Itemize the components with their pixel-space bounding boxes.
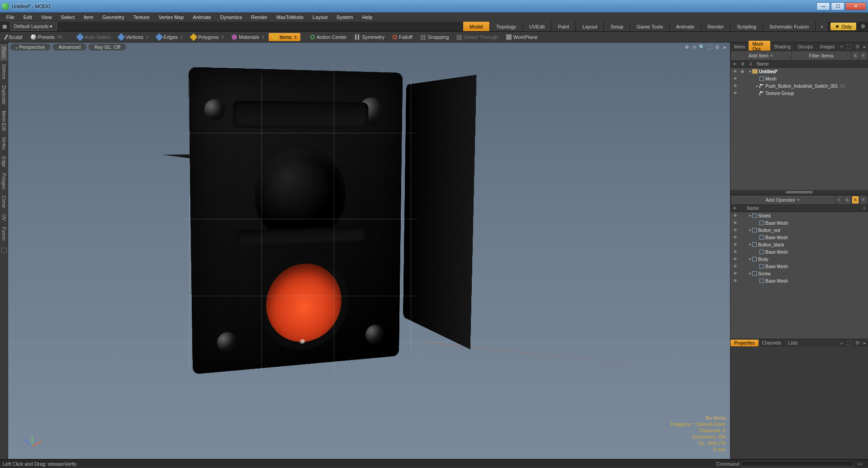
tree-row[interactable]: 👁Mesh	[730, 75, 868, 82]
expander-icon[interactable]: ▾	[748, 228, 752, 232]
vp-fit-icon[interactable]: ⛶	[707, 44, 713, 50]
filter-items-button[interactable]: Filter Items	[792, 52, 851, 60]
panel-more-icon[interactable]: ▸	[862, 340, 868, 346]
panel-tab-lists[interactable]: Lists	[785, 340, 802, 346]
visibility-toggle[interactable]: 👁	[731, 235, 739, 240]
vertical-tab-polygon[interactable]: Polygon	[0, 170, 7, 192]
layout-tab-uvedit[interactable]: UVEdit	[523, 22, 551, 31]
tree-row[interactable]: 👁▾Button_black	[730, 241, 868, 248]
op-f-button[interactable]: F	[860, 196, 867, 204]
vertical-tab-fusion[interactable]: Fusion	[0, 224, 7, 243]
3d-viewport[interactable]: ▸Perspective Advanced Ray GL: Off ✥ ⟳ 🔍 …	[8, 43, 730, 459]
col-name-header[interactable]: Name	[739, 206, 861, 211]
select-through-button[interactable]: Select Through	[453, 33, 501, 41]
tree-row[interactable]: 👁▾Screw	[730, 270, 868, 277]
vertical-tab-vertex[interactable]: Vertex	[0, 134, 7, 152]
visibility-toggle[interactable]: 👁	[731, 279, 739, 283]
vertical-tab-basic[interactable]: Basic	[0, 44, 7, 61]
vertical-strip-toggle[interactable]	[1, 248, 7, 253]
only-button[interactable]: Only	[830, 23, 856, 30]
add-icon[interactable]: ✥	[739, 69, 746, 74]
col-hash-header[interactable]: #	[861, 206, 868, 211]
menu-select[interactable]: Select	[56, 14, 79, 21]
visibility-toggle[interactable]: 👁	[731, 213, 739, 218]
menu-view[interactable]: View	[37, 14, 57, 21]
col-visibility-icon[interactable]	[730, 61, 739, 66]
vp-more-icon[interactable]: ▸	[722, 44, 728, 50]
menu-texture[interactable]: Texture	[129, 14, 154, 21]
vertical-tab-curve[interactable]: Curve	[0, 193, 7, 211]
tree-row[interactable]: 👁▸Push_Button_Industrial_Switch_001(3)	[730, 82, 868, 90]
vp-move-icon[interactable]: ✥	[683, 44, 690, 50]
filter-s-button[interactable]: S	[852, 52, 859, 60]
col-visibility-icon[interactable]	[730, 206, 739, 211]
tree-row[interactable]: 👁Base Mesh	[730, 219, 868, 227]
visibility-toggle[interactable]: 👁	[731, 264, 739, 269]
workplane-button[interactable]: WorkPlane	[503, 33, 541, 41]
expander-icon[interactable]: ▾	[748, 69, 752, 74]
auto-select-button[interactable]: Auto Select	[74, 33, 114, 41]
layout-tab-game-tools[interactable]: Game Tools	[630, 22, 670, 31]
layout-tab-scripting[interactable]: Scripting	[730, 22, 763, 31]
vp-rotate-icon[interactable]: ⟳	[691, 44, 697, 50]
tree-row[interactable]: 👁▾Body	[730, 255, 868, 263]
window-minimize-button[interactable]: —	[816, 2, 830, 10]
visibility-toggle[interactable]: 👁	[731, 250, 739, 254]
operator-tree[interactable]: 👁▾Shield👁Base Mesh👁▾Button_red👁Base Mesh…	[730, 212, 868, 339]
layout-tab-model[interactable]: Model	[463, 22, 490, 31]
panel-expand-icon[interactable]: ⛶	[845, 340, 854, 346]
expander-icon[interactable]: ▾	[748, 242, 752, 247]
layout-thumb-button[interactable]: ▦	[0, 24, 9, 29]
layout-tab-layout[interactable]: Layout	[576, 22, 604, 31]
panel-gear-icon[interactable]: ⚙	[854, 44, 862, 50]
visibility-toggle[interactable]: 👁	[731, 221, 739, 225]
layout-tab-render[interactable]: Render	[701, 22, 730, 31]
menu-file[interactable]: File	[2, 14, 19, 21]
tree-row[interactable]: 👁Base Mesh	[730, 277, 868, 284]
window-maximize-button[interactable]: ☐	[831, 2, 844, 10]
add-operator-button[interactable]: Add Operator▼	[731, 196, 835, 204]
visibility-toggle[interactable]: 👁	[731, 242, 739, 247]
menu-maxtomodo[interactable]: MaxToModo	[272, 14, 308, 21]
expander-icon[interactable]: ▾	[748, 257, 752, 261]
panel-tab-properties[interactable]: Properties	[730, 340, 759, 346]
falloff-button[interactable]: Falloff	[389, 33, 416, 41]
panel-expand-icon[interactable]: ⛶	[845, 44, 854, 49]
visibility-toggle[interactable]: 👁	[731, 91, 739, 95]
items-button[interactable]: Items5	[269, 33, 300, 41]
tree-row[interactable]: 👁Base Mesh	[730, 234, 868, 241]
menu-render[interactable]: Render	[247, 14, 272, 21]
panel-more-icon[interactable]: ▸	[862, 44, 868, 50]
visibility-toggle[interactable]: 👁	[731, 257, 739, 261]
tree-row[interactable]: 👁Texture Group	[730, 90, 868, 97]
layout-tab-schematic-fusion[interactable]: Schematic Fusion	[763, 22, 816, 31]
panel-tab-items[interactable]: Items	[730, 43, 749, 50]
expander-icon[interactable]: ▸	[755, 84, 759, 88]
panel-gear-icon[interactable]: ⚙	[854, 340, 862, 346]
command-input[interactable]	[741, 461, 854, 467]
vertical-tab-mesh-edit[interactable]: Mesh Edit	[0, 108, 7, 133]
visibility-toggle[interactable]: 👁	[731, 271, 739, 276]
visibility-toggle[interactable]: 👁	[731, 69, 739, 74]
menu-dynamics[interactable]: Dynamics	[216, 14, 247, 21]
col-name-header[interactable]: Name	[755, 61, 868, 66]
menu-vertex-map[interactable]: Vertex Map	[154, 14, 189, 21]
layout-tab-paint[interactable]: Paint	[551, 22, 576, 31]
default-layouts-button[interactable]: Default Layouts ▾	[10, 22, 57, 31]
viewport-camera-chip[interactable]: ▸Perspective	[10, 43, 51, 51]
menu-edit[interactable]: Edit	[19, 14, 37, 21]
vertices-button[interactable]: Vertices1	[115, 33, 152, 41]
op-i-button[interactable]: I	[835, 196, 843, 204]
symmetry-button[interactable]: Symmetry	[351, 33, 389, 41]
polygons-button[interactable]: Polygons3	[187, 33, 227, 41]
op-s-button[interactable]: S	[852, 196, 859, 204]
visibility-toggle[interactable]: 👁	[731, 84, 739, 88]
filter-f-button[interactable]: F	[860, 52, 867, 60]
materials-button[interactable]: Materials4	[228, 33, 268, 41]
tree-row[interactable]: 👁▾Button_red	[730, 227, 868, 234]
tree-row[interactable]: 👁▾Shield	[730, 212, 868, 219]
add-tab-icon[interactable]: +	[839, 44, 845, 49]
tree-row[interactable]: 👁✥▾Untitled*	[730, 68, 868, 75]
panel-tab-shading[interactable]: Shading	[770, 43, 794, 50]
tree-row[interactable]: 👁Base Mesh	[730, 248, 868, 255]
